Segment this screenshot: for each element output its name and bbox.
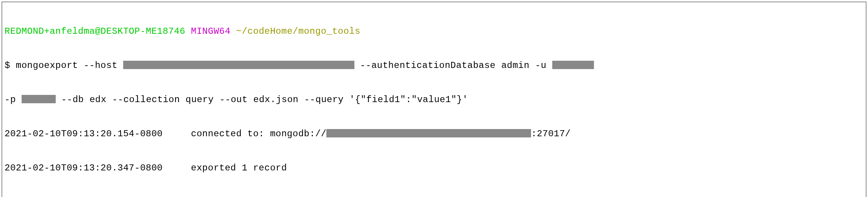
mingw-label: MINGW64 (191, 26, 230, 36)
command-line-1b: -p --db edx --collection query --out edx… (5, 94, 863, 106)
output-line-2: 2021-02-10T09:13:20.347-0800 exported 1 … (5, 162, 863, 174)
cwd-path: ~/codeHome/mongo_tools (236, 26, 360, 36)
output-text: :27017/ (531, 129, 570, 139)
redacted-user (552, 61, 594, 69)
prompt-line-1: REDMOND+anfeldma@DESKTOP-ME18746 MINGW64… (5, 26, 863, 37)
command-line-1a: $ mongoexport --host --authenticationDat… (5, 60, 863, 71)
terminal-window: REDMOND+anfeldma@DESKTOP-ME18746 MINGW64… (2, 2, 866, 197)
redacted-password (22, 95, 56, 103)
output-text: 2021-02-10T09:13:20.154-0800 connected t… (5, 129, 326, 139)
output-line-1: 2021-02-10T09:13:20.154-0800 connected t… (5, 128, 863, 140)
cmd-text: --db edx --collection query --out edx.js… (56, 95, 468, 105)
cmd-text: $ mongoexport --host (5, 60, 123, 71)
cmd-text: -p (5, 95, 22, 105)
cmd-text: --authenticationDatabase admin -u (354, 60, 552, 71)
redacted-host (123, 61, 354, 69)
redacted-connection (326, 129, 531, 137)
user-host: REDMOND+anfeldma@DESKTOP-ME18746 (5, 26, 185, 36)
